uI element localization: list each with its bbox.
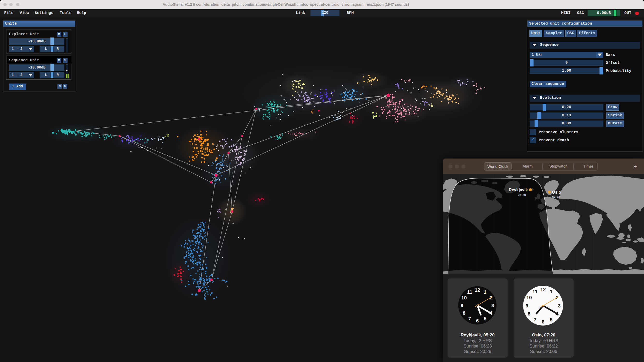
svg-text:11: 11 xyxy=(467,289,472,295)
svg-text:10: 10 xyxy=(526,295,532,300)
svg-text:6: 6 xyxy=(476,318,479,323)
svg-text:1: 1 xyxy=(550,289,553,294)
svg-text:6: 6 xyxy=(542,319,545,325)
svg-text:Reykjavik: Reykjavik xyxy=(509,188,528,192)
svg-text:12: 12 xyxy=(540,287,546,292)
svg-text:07:20: 07:20 xyxy=(552,195,560,199)
svg-text:5: 5 xyxy=(550,317,553,322)
svg-text:11: 11 xyxy=(532,289,538,294)
svg-text:Oslo: Oslo xyxy=(552,190,561,194)
svg-text:8: 8 xyxy=(528,311,531,316)
svg-text:9: 9 xyxy=(525,303,528,308)
svg-text:5: 5 xyxy=(484,316,487,321)
svg-text:12: 12 xyxy=(475,287,480,293)
svg-text:7: 7 xyxy=(468,316,471,321)
svg-text:10: 10 xyxy=(461,295,467,300)
svg-text:7: 7 xyxy=(534,317,537,322)
svg-text:3: 3 xyxy=(491,303,494,308)
svg-text:1: 1 xyxy=(484,289,487,295)
svg-text:9: 9 xyxy=(461,303,463,308)
svg-text:8: 8 xyxy=(463,310,465,316)
svg-text:3: 3 xyxy=(558,303,561,308)
svg-text:05:20: 05:20 xyxy=(518,193,526,197)
